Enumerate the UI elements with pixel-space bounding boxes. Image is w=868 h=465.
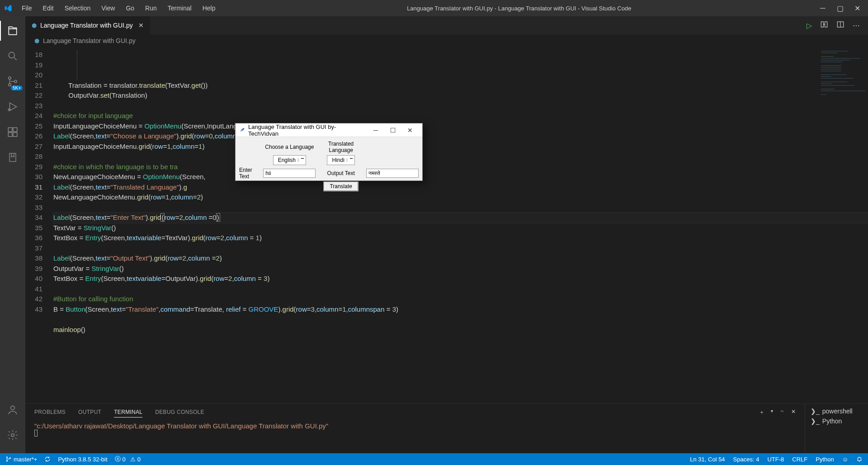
minimize-icon[interactable]: ─ xyxy=(818,4,827,13)
popup-maximize-icon[interactable]: ☐ xyxy=(384,127,401,134)
sb-python[interactable]: Python 3.8.5 32-bit xyxy=(58,456,107,463)
translate-button[interactable]: Translate xyxy=(323,181,359,191)
panel-tab-terminal[interactable]: TERMINAL xyxy=(114,407,142,418)
menu-view[interactable]: View xyxy=(97,3,119,14)
sb-feedback-icon[interactable]: ☺ xyxy=(842,456,848,463)
code-line[interactable] xyxy=(53,203,868,213)
sb-position[interactable]: Ln 31, Col 54 xyxy=(690,456,725,463)
svg-rect-9 xyxy=(9,153,16,161)
sb-language[interactable]: Python xyxy=(816,456,834,463)
menu-run[interactable]: Run xyxy=(141,3,161,14)
dropdown-icon[interactable]: ▾ xyxy=(771,408,773,416)
close-panel-icon[interactable]: ✕ xyxy=(791,408,796,416)
panel-tab-problems[interactable]: PROBLEMS xyxy=(34,407,66,417)
code-line[interactable]: Label(Screen,text="Choose a Language").g… xyxy=(53,131,868,142)
bookmark-icon[interactable] xyxy=(5,150,20,165)
new-terminal-icon[interactable]: ＋ xyxy=(759,408,764,416)
code-line[interactable]: InputLanguageChoiceMenu = OptionMenu(Scr… xyxy=(53,121,868,132)
menu-selection[interactable]: Selection xyxy=(60,3,95,14)
output-language-select[interactable]: Hindi ▔ xyxy=(327,155,354,165)
code-line[interactable]: Label(Screen,text="Output Text").grid(ro… xyxy=(53,253,868,264)
sb-eol[interactable]: CRLF xyxy=(792,456,807,463)
panel-actions: ＋ ▾ ✕ xyxy=(759,408,796,416)
choose-language-label: Choose a Language xyxy=(261,140,317,154)
terminal-icon: ❯_ xyxy=(811,418,820,425)
svg-rect-6 xyxy=(13,128,17,132)
maximize-panel-icon[interactable] xyxy=(779,408,785,416)
sb-encoding[interactable]: UTF-8 xyxy=(767,456,784,463)
search-icon[interactable] xyxy=(5,49,20,63)
extensions-icon[interactable] xyxy=(5,125,20,139)
code-line[interactable]: InputLanguageChoiceMenu.grid(row=1,colum… xyxy=(53,142,868,152)
code-line[interactable]: Label(Screen,text="Enter Text").grid(row… xyxy=(53,213,868,223)
terminal-instance[interactable]: ❯_Python xyxy=(811,418,863,425)
explorer-icon[interactable] xyxy=(5,24,20,38)
sb-problems[interactable]: ⓧ0 ⚠0 xyxy=(115,455,141,463)
split-editor-icon[interactable] xyxy=(836,20,844,30)
terminal-icon: ❯_ xyxy=(811,408,820,415)
tab-close-icon[interactable]: ✕ xyxy=(138,22,144,29)
sb-branch[interactable]: master*+ xyxy=(5,456,37,463)
python-file-icon: ⬢ xyxy=(34,38,39,44)
code-line[interactable]: OutputVar = StringVar() xyxy=(53,264,868,274)
code-line[interactable]: OutputVar.set(Translation) xyxy=(53,90,868,101)
code-line[interactable]: #choice for input language xyxy=(53,111,868,121)
menu-file[interactable]: File xyxy=(17,3,37,14)
svg-rect-12 xyxy=(821,22,823,27)
code-line[interactable]: TextVar = StringVar() xyxy=(53,223,868,233)
popup-minimize-icon[interactable]: ─ xyxy=(367,127,384,134)
terminal-cursor xyxy=(34,430,38,437)
code-line[interactable]: TextBox = Entry(Screen,textvariable=Text… xyxy=(53,233,868,243)
code-line[interactable]: NewLanguageChoiceMenu = OptionMenu(Scree… xyxy=(53,172,868,182)
panel-tab-debug-console[interactable]: DEBUG CONSOLE xyxy=(155,407,204,417)
menu-edit[interactable]: Edit xyxy=(38,3,58,14)
compare-icon[interactable] xyxy=(820,20,828,30)
sb-spaces[interactable]: Spaces: 4 xyxy=(733,456,760,463)
accounts-icon[interactable] xyxy=(5,403,20,417)
source-control-icon[interactable]: 5K+ xyxy=(5,74,20,89)
tab-file[interactable]: ⬢ Language Translator with GUI.py ✕ xyxy=(25,16,151,34)
tab-label: Language Translator with GUI.py xyxy=(40,22,133,29)
input-language-select[interactable]: English ▔ xyxy=(273,155,306,165)
code-line[interactable]: B = Button(Screen,text="Translate",comma… xyxy=(53,304,868,315)
code-area[interactable]: Translation = translator.translate(TextV… xyxy=(53,47,868,403)
run-debug-icon[interactable] xyxy=(5,100,20,114)
sb-bell-icon[interactable] xyxy=(856,456,863,463)
menu-help[interactable]: Help xyxy=(198,3,220,14)
close-icon[interactable]: ✕ xyxy=(853,4,862,13)
tkinter-window[interactable]: Language Translator with GUI by- TechVid… xyxy=(235,123,423,181)
panel-tab-output[interactable]: OUTPUT xyxy=(78,407,101,417)
terminal-instance[interactable]: ❯_powershell xyxy=(811,408,863,415)
editor[interactable]: 1819202122232425262728293031323334353637… xyxy=(25,47,868,403)
code-line[interactable]: #choice in which the language is to be t… xyxy=(53,162,868,172)
output-text-field[interactable]: नमस्ते xyxy=(366,169,419,178)
main-area: ⬢ Language Translator with GUI.py ✕ ▷ ⋯ … xyxy=(25,16,868,453)
code-line[interactable]: mainloop() xyxy=(53,325,868,335)
output-text-label: Output Text xyxy=(317,166,364,180)
code-line[interactable]: Translation = translator.translate(TextV… xyxy=(53,81,868,91)
menu-terminal[interactable]: Terminal xyxy=(163,3,196,14)
input-text-field[interactable]: hii xyxy=(263,169,316,178)
maximize-icon[interactable]: ▢ xyxy=(835,4,844,13)
breadcrumb[interactable]: ⬢ Language Translator with GUI.py xyxy=(25,34,868,47)
popup-close-icon[interactable]: ✕ xyxy=(401,127,419,134)
popup-titlebar[interactable]: Language Translator with GUI by- TechVid… xyxy=(236,123,422,137)
more-actions-icon[interactable]: ⋯ xyxy=(853,21,860,30)
menu-go[interactable]: Go xyxy=(121,3,139,14)
code-line[interactable]: Label(Screen,text="Translated Language")… xyxy=(53,182,868,193)
code-line[interactable] xyxy=(53,101,868,111)
sb-sync-icon[interactable] xyxy=(44,456,51,462)
code-line[interactable] xyxy=(53,314,868,325)
code-line[interactable]: TextBox = Entry(Screen,textvariable=Outp… xyxy=(53,274,868,284)
code-line[interactable] xyxy=(53,243,868,254)
minimap[interactable] xyxy=(818,47,868,138)
settings-gear-icon[interactable] xyxy=(5,428,20,442)
run-icon[interactable]: ▷ xyxy=(807,21,812,30)
code-line[interactable] xyxy=(53,335,868,345)
code-line[interactable] xyxy=(53,152,868,162)
code-line[interactable]: #Button for calling function xyxy=(53,294,868,304)
svg-point-15 xyxy=(6,457,7,458)
code-line[interactable]: NewLanguageChoiceMenu.grid(row=1,column=… xyxy=(53,192,868,203)
code-line[interactable] xyxy=(53,284,868,294)
terminal-body[interactable]: "c:/Users/atharv rajawat/Desktop/Languag… xyxy=(25,420,805,453)
